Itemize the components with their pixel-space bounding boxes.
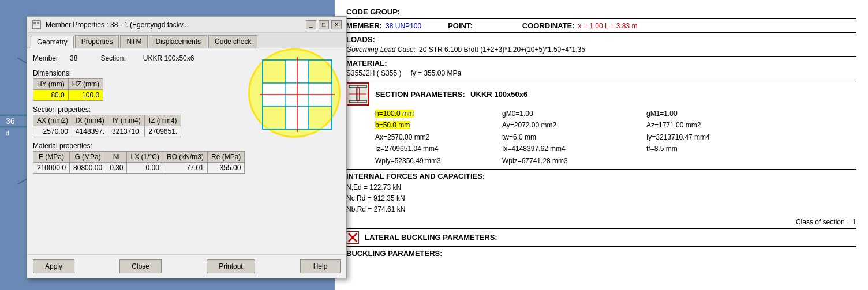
dialog-title: Member Properties : 38 - 1 (Egentyngd fa… bbox=[46, 21, 301, 29]
material-props-section: Material properties: E (MPa) G (MPa) NI … bbox=[33, 142, 251, 174]
tab-displacements[interactable]: Displacements bbox=[149, 35, 207, 48]
param-tw: tw=6.0 mm bbox=[502, 131, 646, 143]
divider-3 bbox=[346, 56, 856, 57]
divider-1 bbox=[346, 18, 856, 19]
section-name: UKKR 100x50x6 bbox=[143, 54, 194, 62]
section-props-label: Section properties: bbox=[33, 106, 251, 114]
governing-label: Governing Load Case: bbox=[346, 46, 416, 54]
close-button[interactable]: ✕ bbox=[331, 20, 342, 29]
param-wply: Wply=52356.49 mm3 bbox=[375, 155, 502, 167]
param-gm1: gM1=1.00 bbox=[646, 108, 796, 119]
param-gm0: gM0=1.00 bbox=[502, 108, 646, 119]
loads-label: LOADS: bbox=[346, 35, 375, 44]
param-wplz: Wplz=67741.28 mm3 bbox=[502, 155, 646, 167]
divider-4 bbox=[346, 80, 856, 80]
param-empty bbox=[646, 155, 796, 167]
param-tf: tf=8.5 mm bbox=[646, 143, 796, 155]
dialog-close-button[interactable]: Close bbox=[119, 259, 162, 273]
tab-ntm[interactable]: NTM bbox=[120, 35, 148, 48]
param-ax: Ax=2570.00 mm2 bbox=[375, 131, 502, 143]
section-label-static: Section: bbox=[100, 54, 125, 62]
red-x-icon bbox=[346, 231, 359, 244]
code-group-label: CODE GROUP: bbox=[346, 7, 400, 16]
dim-header-hz: HZ (mm) bbox=[68, 79, 103, 90]
divider-7 bbox=[346, 246, 856, 247]
sec-header-iz: IZ (mm4) bbox=[145, 115, 181, 126]
help-button[interactable]: Help bbox=[300, 259, 341, 273]
param-b: b=50.0 mm bbox=[375, 119, 502, 131]
mat-header-g: G (MPa) bbox=[70, 152, 106, 163]
material-header-row: MATERIAL: bbox=[346, 59, 856, 67]
mat-val-re: 355.00 bbox=[207, 163, 244, 174]
sec-header-ax: AX (mm2) bbox=[33, 115, 72, 126]
right-panel bbox=[257, 54, 341, 248]
tab-code-check[interactable]: Code check bbox=[208, 35, 257, 48]
mat-header-e: E (MPa) bbox=[33, 152, 70, 163]
param-az: Az=1771.00 mm2 bbox=[646, 119, 796, 131]
lateral-buckling-header: LATERAL BUCKLING PARAMETERS: bbox=[346, 231, 856, 244]
material-props-table: E (MPa) G (MPa) NI LX (1/°C) RO (kN/m3) … bbox=[33, 151, 245, 174]
mat-header-re: Re (MPa) bbox=[207, 152, 244, 163]
x-mark-icon bbox=[347, 232, 358, 243]
member-row: MEMBER: 38 UNP100 POINT: COORDINATE: x =… bbox=[346, 21, 856, 30]
member-label: MEMBER: bbox=[346, 21, 382, 30]
mat-val-g: 80800.00 bbox=[70, 163, 106, 174]
dialog-footer: Apply Close Printout Help bbox=[27, 254, 346, 278]
dialog-title-buttons: _ □ ✕ bbox=[306, 20, 342, 29]
mat-val-e: 210000.0 bbox=[33, 163, 70, 174]
buckling-header: BUCKLING PARAMETERS: bbox=[346, 249, 856, 258]
member-properties-dialog: Member Properties : 38 - 1 (Egentyngd fa… bbox=[27, 16, 347, 278]
dimensions-label: Dimensions: bbox=[33, 69, 251, 77]
internal-forces-values: N,Ed = 122.73 kN Nc,Rd = 912.35 kN Nb,Rd… bbox=[346, 182, 856, 216]
dimensions-section: Dimensions: HY (mm) HZ (mm) 80.0 100.0 bbox=[33, 69, 251, 101]
divider-2 bbox=[346, 32, 856, 33]
nbrd-row: Nb,Rd = 274.61 kN bbox=[346, 204, 856, 215]
sec-val-ix: 4148397. bbox=[72, 126, 108, 137]
mat-val-lx: 0.00 bbox=[127, 163, 163, 174]
governing-value: 20 STR 6.10b Brott (1+2+3)*1.20+(10+5)*1… bbox=[419, 46, 585, 54]
material-props-label: Material properties: bbox=[33, 142, 251, 150]
coordinate-value: x = 1.00 L = 3.83 m bbox=[578, 22, 638, 30]
mat-header-lx: LX (1/°C) bbox=[127, 152, 163, 163]
dialog-titlebar: Member Properties : 38 - 1 (Egentyngd fa… bbox=[27, 17, 346, 33]
point-label: POINT: bbox=[448, 21, 473, 30]
tab-geometry[interactable]: Geometry bbox=[31, 36, 74, 48]
window-icon bbox=[32, 20, 41, 29]
fy-value: fy = 355.00 MPa bbox=[410, 69, 461, 77]
section-props-table: AX (mm2) IX (mm4) IY (mm4) IZ (mm4) 2570… bbox=[33, 115, 181, 137]
param-ay: Ay=2072.00 mm2 bbox=[502, 119, 646, 131]
maximize-button[interactable]: □ bbox=[319, 20, 329, 29]
svg-text:36: 36 bbox=[6, 116, 15, 126]
governing-row: Governing Load Case: 20 STR 6.10b Brott … bbox=[346, 46, 856, 54]
code-group-row: CODE GROUP: bbox=[346, 7, 856, 16]
section-params-name: UKKR 100x50x6 bbox=[470, 90, 527, 99]
param-h: h=100.0 mm bbox=[375, 108, 502, 119]
svg-rect-15 bbox=[33, 22, 36, 24]
apply-button[interactable]: Apply bbox=[33, 259, 74, 273]
mat-header-ro: RO (kN/m3) bbox=[163, 152, 207, 163]
param-ix: Ix=4148397.62 mm4 bbox=[502, 143, 646, 155]
class-value: Class of section = 1 bbox=[796, 218, 856, 226]
dim-hy-value: 80.0 bbox=[33, 90, 69, 101]
material-value-row: S355J2H ( S355 ) fy = 355.00 MPa bbox=[346, 69, 856, 77]
buckling-label: BUCKLING PARAMETERS: bbox=[346, 249, 443, 258]
sec-header-ix: IX (mm4) bbox=[72, 115, 108, 126]
param-iy: Iy=3213710.47 mm4 bbox=[646, 131, 796, 143]
mat-header-ni: NI bbox=[106, 152, 127, 163]
dim-hz-value: 100.0 bbox=[68, 90, 103, 101]
section-shape-canvas bbox=[257, 54, 338, 135]
member-number: 38 bbox=[70, 54, 77, 62]
dim-header-hy: HY (mm) bbox=[33, 79, 69, 90]
section-params-grid: h=100.0 mm gM0=1.00 gM1=1.00 b=50.0 mm A… bbox=[375, 108, 856, 167]
loads-row: LOADS: bbox=[346, 35, 856, 44]
minimize-button[interactable]: _ bbox=[306, 20, 316, 29]
printout-button[interactable]: Printout bbox=[207, 259, 255, 273]
member-label-static: Member bbox=[33, 54, 58, 62]
svg-rect-16 bbox=[37, 22, 39, 24]
lateral-buckling-label: LATERAL BUCKLING PARAMETERS: bbox=[365, 233, 497, 242]
sec-header-iy: IY (mm4) bbox=[108, 115, 145, 126]
tab-bar: Geometry Properties NTM Displacements Co… bbox=[27, 33, 346, 48]
tab-properties[interactable]: Properties bbox=[75, 35, 119, 48]
material-value: S355J2H ( S355 ) bbox=[346, 69, 401, 77]
section-icon bbox=[346, 82, 369, 106]
